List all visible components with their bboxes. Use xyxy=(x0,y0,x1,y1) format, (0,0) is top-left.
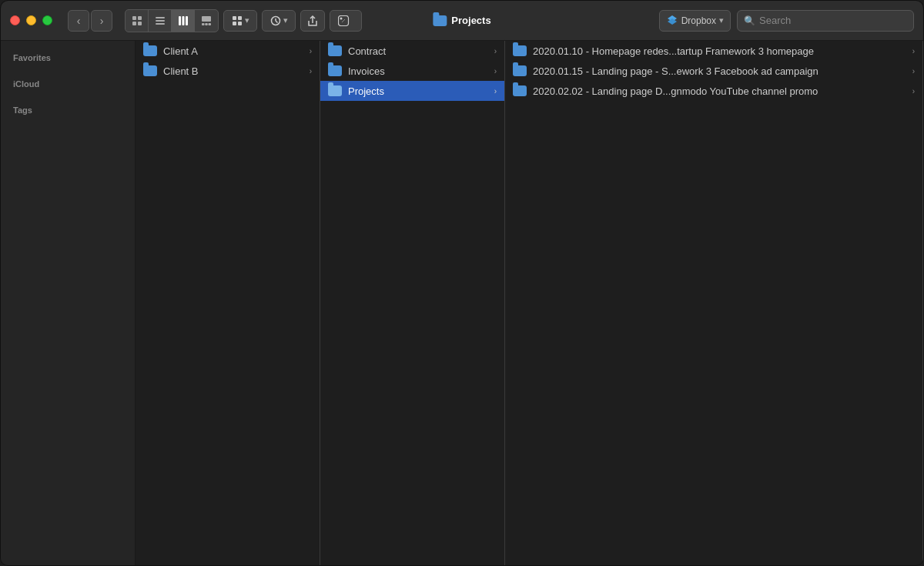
sidebar-section-tags: Tags xyxy=(7,105,129,119)
favorites-label: Favorites xyxy=(7,53,129,67)
folder-icon xyxy=(143,65,157,76)
column-view-button[interactable] xyxy=(172,10,195,32)
dropbox-button[interactable]: Dropbox ▾ xyxy=(659,10,731,32)
list-item[interactable]: Projects › xyxy=(320,81,504,101)
chevron-right-icon: › xyxy=(494,87,497,95)
folder-icon xyxy=(328,45,342,56)
search-icon: 🔍 xyxy=(744,15,755,26)
tag-button[interactable] xyxy=(330,10,362,32)
svg-rect-13 xyxy=(209,23,212,25)
search-container: 🔍 xyxy=(737,10,914,32)
item-name: 2020.01.15 - Landing page - S...ework 3 … xyxy=(533,65,906,77)
chevron-right-icon: › xyxy=(912,87,915,95)
svg-rect-14 xyxy=(233,16,236,20)
list-view-button[interactable] xyxy=(149,10,172,32)
chevron-right-icon: › xyxy=(494,47,497,55)
sidebar: Favorites iCloud Tags xyxy=(1,41,136,566)
column-2: Contract › Invoices › Projects › xyxy=(320,41,505,566)
column-3: 2020.01.10 - Homepage redes...tartup Fra… xyxy=(505,41,923,566)
action-button[interactable]: ▾ xyxy=(262,10,296,32)
column-1: Client A › Client B › xyxy=(136,41,320,566)
svg-rect-16 xyxy=(233,22,236,25)
list-item[interactable]: 2020.02.02 - Landing page D...gnmodo You… xyxy=(505,81,922,101)
svg-rect-6 xyxy=(156,23,165,25)
svg-rect-4 xyxy=(156,17,165,18)
svg-rect-17 xyxy=(238,22,242,25)
svg-point-23 xyxy=(340,17,343,19)
icloud-label: iCloud xyxy=(7,79,129,93)
minimize-button[interactable] xyxy=(26,15,36,25)
close-button[interactable] xyxy=(10,15,20,25)
item-name: Client B xyxy=(163,65,303,77)
folder-icon xyxy=(513,45,527,56)
chevron-right-icon: › xyxy=(310,47,312,55)
content-area: Client A › Client B › Contract › xyxy=(136,41,923,566)
window-title: Projects xyxy=(433,15,490,26)
item-name: Invoices xyxy=(348,65,488,77)
chevron-right-icon: › xyxy=(310,67,312,75)
back-button[interactable]: ‹ xyxy=(68,10,89,32)
list-item[interactable]: 2020.01.10 - Homepage redes...tartup Fra… xyxy=(505,41,922,61)
list-item[interactable]: 2020.01.15 - Landing page - S...ework 3 … xyxy=(505,61,922,81)
svg-rect-7 xyxy=(179,16,181,25)
svg-rect-9 xyxy=(186,16,188,25)
svg-rect-12 xyxy=(205,23,208,25)
svg-rect-11 xyxy=(202,23,205,25)
window: ‹ › xyxy=(0,0,924,566)
svg-rect-8 xyxy=(182,16,184,25)
group-button[interactable]: ▾ xyxy=(223,10,257,32)
svg-rect-0 xyxy=(132,16,136,20)
folder-icon xyxy=(328,85,342,96)
item-name: Projects xyxy=(348,85,488,97)
chevron-right-icon: › xyxy=(494,67,497,75)
svg-rect-15 xyxy=(238,16,242,20)
tags-label: Tags xyxy=(7,105,129,119)
list-item[interactable]: Client B › xyxy=(136,61,320,81)
forward-button[interactable]: › xyxy=(91,10,112,32)
item-name: Client A xyxy=(163,45,303,57)
sidebar-section-favorites: Favorites xyxy=(7,53,129,67)
svg-rect-5 xyxy=(156,20,165,22)
icon-view-button[interactable] xyxy=(126,10,149,32)
nav-buttons: ‹ › xyxy=(68,10,112,32)
chevron-right-icon: › xyxy=(912,67,915,75)
gallery-view-button[interactable] xyxy=(195,10,218,32)
title-bar: ‹ › xyxy=(1,1,923,41)
list-item[interactable]: Contract › xyxy=(320,41,504,61)
svg-rect-2 xyxy=(132,22,136,25)
folder-icon xyxy=(143,45,157,56)
sidebar-section-icloud: iCloud xyxy=(7,79,129,93)
chevron-right-icon: › xyxy=(912,47,915,55)
list-item[interactable]: Client A › xyxy=(136,41,320,61)
folder-icon xyxy=(513,65,527,76)
share-button[interactable] xyxy=(300,10,325,32)
list-item[interactable]: Invoices › xyxy=(320,61,504,81)
traffic-lights xyxy=(10,15,52,25)
title-folder-icon xyxy=(433,15,447,26)
search-input[interactable] xyxy=(759,15,907,26)
item-name: 2020.01.10 - Homepage redes...tartup Fra… xyxy=(533,45,906,57)
svg-line-20 xyxy=(276,21,278,23)
view-mode-buttons xyxy=(125,9,219,32)
main-area: Favorites iCloud Tags Client A › xyxy=(1,41,923,566)
folder-icon xyxy=(328,65,342,76)
svg-rect-10 xyxy=(202,16,211,22)
item-name: 2020.02.02 - Landing page D...gnmodo You… xyxy=(533,85,906,97)
folder-icon xyxy=(513,85,527,96)
svg-rect-3 xyxy=(138,22,142,25)
svg-rect-1 xyxy=(138,16,142,20)
maximize-button[interactable] xyxy=(42,15,52,25)
item-name: Contract xyxy=(348,45,488,57)
